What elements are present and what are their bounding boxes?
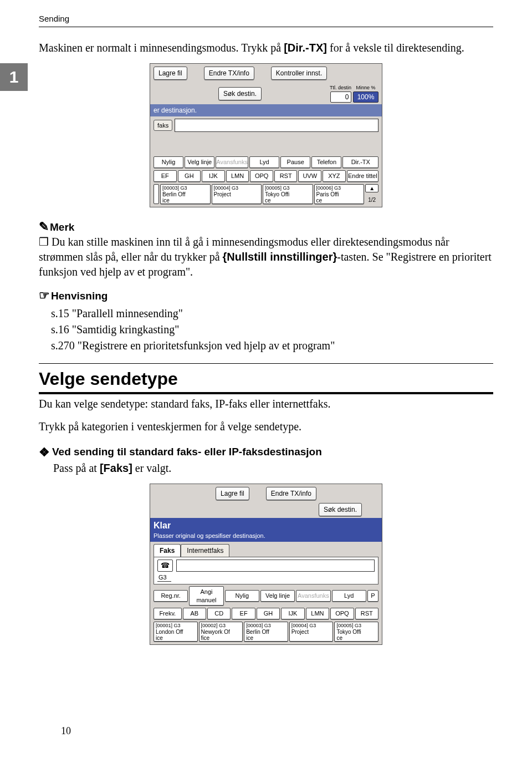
panel-key[interactable]: Angi manuel bbox=[189, 586, 223, 606]
page-up-icon[interactable]: ▲ bbox=[365, 184, 378, 193]
memory-value: 100% bbox=[353, 91, 378, 103]
panel-key[interactable]: XYZ bbox=[323, 170, 346, 182]
tab-faks[interactable]: Faks bbox=[154, 544, 181, 557]
panel-key[interactable]: OPQ bbox=[250, 170, 273, 182]
panel-key[interactable]: RST bbox=[274, 170, 298, 182]
reference-item: s.16 "Samtidig kringkasting" bbox=[51, 322, 493, 337]
panel-key[interactable]: Velg linje bbox=[185, 156, 214, 168]
panel-key[interactable]: UVW bbox=[298, 170, 321, 182]
destination-button[interactable]: [00005] G3 Tokyo Office bbox=[263, 184, 313, 204]
destination-button[interactable]: [00005] G3 Tokyo Office bbox=[334, 622, 378, 642]
panel-key[interactable]: Nylig bbox=[225, 590, 259, 602]
hand-icon: ☞ bbox=[39, 288, 50, 302]
panel-key[interactable]: EF bbox=[154, 170, 177, 182]
intro-paragraph: Maskinen er normalt i minnesendingsmodus… bbox=[39, 40, 493, 55]
fax-panel-screenshot-1: Lagre fil Endre TX/info Kontroller innst… bbox=[150, 63, 382, 207]
panel-key[interactable]: IJK bbox=[202, 170, 225, 182]
panel-key[interactable]: Nylig bbox=[154, 156, 183, 168]
panel-key[interactable]: GH bbox=[257, 608, 280, 619]
destination-button[interactable]: [00002] G3 Newyork Office bbox=[199, 622, 243, 642]
intro-bold: [Dir.-TX] bbox=[284, 42, 327, 54]
line-label: G3 bbox=[157, 574, 171, 582]
fax-panel-screenshot-2: Lagre fil Endre TX/info Søk destin. Klar… bbox=[150, 484, 382, 645]
panel-key[interactable]: LMN bbox=[226, 170, 249, 182]
panel-key[interactable]: Reg.nr. bbox=[154, 590, 188, 602]
ttl-destin-label: Ttl. destin bbox=[330, 84, 351, 91]
panel-key[interactable]: Avansfunks bbox=[296, 590, 330, 602]
panel-key[interactable]: Avansfunks bbox=[216, 156, 248, 168]
panel-key[interactable]: EF bbox=[232, 608, 255, 619]
panel-btn[interactable]: Lagre fil bbox=[216, 487, 249, 500]
panel-btn[interactable]: Endre TX/info bbox=[204, 67, 254, 80]
panel-key[interactable]: Telefon bbox=[311, 156, 341, 168]
section-heading: Velge sendetype bbox=[39, 363, 493, 394]
panel-btn[interactable]: Kontroller innst. bbox=[271, 67, 327, 80]
panel-key[interactable]: Pause bbox=[280, 156, 310, 168]
search-destination-button[interactable]: Søk destin. bbox=[218, 87, 262, 100]
destination-button[interactable]: [00003] G3 Berlin Office bbox=[244, 622, 288, 642]
dir-tx-button[interactable]: Dir.-TX bbox=[342, 156, 378, 168]
panel-key[interactable]: P bbox=[367, 590, 378, 602]
step-tab: 1 bbox=[0, 63, 28, 91]
fax-tab-mini[interactable]: faks bbox=[154, 120, 172, 131]
panel-key[interactable]: GH bbox=[178, 170, 201, 182]
destination-button[interactable]: [00004] G3 Project bbox=[212, 184, 262, 204]
panel-key[interactable]: AB bbox=[183, 608, 206, 619]
memory-label: Minne % bbox=[356, 84, 376, 91]
prev-page-icon[interactable] bbox=[154, 184, 159, 204]
reference-heading: ☞Henvisning bbox=[39, 287, 493, 304]
panel-key[interactable]: RST bbox=[355, 608, 378, 619]
box-bullet-icon: ❒ bbox=[39, 236, 49, 248]
reference-item: s.270 "Registrere en prioritetsfunksjon … bbox=[51, 338, 493, 353]
panel-key[interactable]: Frekv. bbox=[154, 608, 182, 619]
phone-icon[interactable]: ☎ bbox=[157, 560, 173, 572]
reference-item: s.15 "Parallell minnesending" bbox=[51, 306, 493, 321]
page-indicator: 1/2 bbox=[365, 196, 378, 204]
ttl-destin-value: 0 bbox=[330, 91, 351, 103]
pencil-icon: ✎ bbox=[39, 220, 49, 233]
subsection-body: Pass på at [Faks] er valgt. bbox=[53, 461, 493, 476]
running-head: Sending bbox=[39, 13, 493, 27]
destination-button[interactable]: [00003] G3 Berlin Office bbox=[160, 184, 211, 204]
intro-text-a: Maskinen er normalt i minnesendingsmodus… bbox=[39, 42, 284, 54]
note-body: ❒ Du kan stille maskinen inn til å gå i … bbox=[39, 235, 493, 279]
panel-key[interactable]: OPQ bbox=[330, 608, 354, 619]
destination-prompt: er destinasjon. bbox=[150, 104, 382, 116]
subsection-heading: ❖Ved sending til standard faks- eller IP… bbox=[39, 444, 493, 461]
panel-key[interactable]: Endre tittel bbox=[347, 170, 378, 182]
destination-button[interactable]: [00001] G3 London Office bbox=[154, 622, 198, 642]
panel-key[interactable]: Lyd bbox=[332, 590, 366, 602]
note-heading: ✎Merk bbox=[39, 218, 493, 235]
status-subtext: Plasser original og spesifiser destinasj… bbox=[154, 532, 378, 540]
intro-text-b: for å veksle til direktesending. bbox=[327, 42, 464, 54]
status-text: Klar bbox=[154, 520, 378, 532]
panel-btn[interactable]: Endre TX/info bbox=[266, 487, 316, 500]
section-para: Du kan velge sendetype: standard faks, I… bbox=[39, 396, 493, 411]
page-number: 10 bbox=[61, 724, 71, 738]
panel-key[interactable]: Velg linje bbox=[260, 590, 295, 602]
panel-key[interactable]: CD bbox=[207, 608, 231, 619]
destination-button[interactable]: [00004] G3 Project bbox=[289, 622, 334, 642]
panel-key[interactable]: LMN bbox=[306, 608, 329, 619]
reference-list: s.15 "Parallell minnesending" s.16 "Samt… bbox=[51, 306, 493, 353]
panel-key[interactable]: IJK bbox=[281, 608, 304, 619]
search-destination-button[interactable]: Søk destin. bbox=[319, 503, 362, 516]
destination-button[interactable]: [00006] G3 Paris Office bbox=[314, 184, 365, 204]
panel-btn[interactable]: Lagre fil bbox=[154, 67, 187, 80]
panel-key[interactable]: Lyd bbox=[249, 156, 279, 168]
section-para: Trykk på kategorien i venteskjermen for … bbox=[39, 419, 493, 434]
tab-internettfaks[interactable]: Internettfaks bbox=[181, 544, 229, 557]
diamond-icon: ❖ bbox=[39, 445, 50, 459]
